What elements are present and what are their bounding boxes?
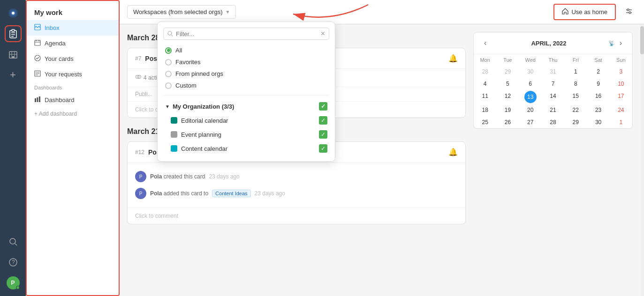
svg-rect-12 — [12, 56, 14, 58]
cal-day[interactable]: 1 — [564, 66, 587, 78]
sidebar-icon-search[interactable] — [5, 233, 22, 250]
scrollbar-thumb[interactable] — [640, 26, 644, 54]
svg-text:?: ? — [12, 259, 15, 266]
sidebar-icon-avatar[interactable]: P — [5, 274, 22, 291]
cal-day[interactable]: 2 — [587, 66, 609, 78]
cal-day[interactable]: 24 — [610, 104, 632, 116]
filter-search-icon — [167, 31, 173, 37]
option-custom[interactable]: Custom — [163, 80, 329, 91]
svg-point-32 — [627, 9, 629, 11]
cal-day[interactable]: 28 — [542, 116, 564, 128]
settings-button[interactable] — [621, 5, 636, 20]
cal-day[interactable]: 8 — [564, 78, 587, 90]
cal-day[interactable]: 17 — [610, 90, 632, 104]
use-as-home-button[interactable]: Use as home — [553, 4, 616, 20]
radio-from-pinned — [165, 71, 172, 77]
sidebar-item-inbox[interactable]: Inbox — [27, 20, 119, 36]
cal-day[interactable]: 28 — [474, 66, 496, 78]
cal-day[interactable]: 19 — [496, 104, 519, 116]
calendar-grid: Mon Tue Wed Thu Fri Sat Sun 28 29 — [474, 54, 632, 128]
inbox-label: Inbox — [45, 24, 60, 31]
card12-comment[interactable]: Click to comment — [128, 207, 465, 224]
card7-bell[interactable]: 🔔 — [448, 54, 458, 63]
calendar-widget: ‹ APRIL, 2022 📡 › Mon Tue Wed Thu Fri Sa… — [473, 32, 633, 129]
ws-check-content: ✓ — [319, 144, 327, 153]
option-custom-label: Custom — [175, 82, 197, 89]
nav-header-title: My work — [27, 1, 119, 20]
cal-day[interactable]: 18 — [474, 104, 496, 116]
card12-activity1-time: 23 days ago — [209, 173, 239, 180]
filter-clear-button[interactable]: × — [321, 30, 325, 37]
option-all[interactable]: All — [163, 44, 329, 56]
org-triangle-icon: ▼ — [165, 104, 170, 109]
cal-day[interactable]: 29 — [564, 116, 587, 128]
cal-day[interactable]: 23 — [587, 104, 609, 116]
add-dashboard-label: + Add dashboard — [34, 111, 77, 117]
ws-color-content — [171, 145, 177, 152]
cal-day[interactable]: 22 — [564, 104, 587, 116]
cal-day[interactable]: 12 — [496, 90, 519, 104]
cal-day[interactable]: 5 — [496, 78, 519, 90]
calendar-next-btn[interactable]: › — [617, 38, 625, 48]
cal-header-sun: Sun — [610, 54, 632, 66]
cal-day[interactable]: 9 — [587, 78, 609, 90]
scrollbar-track[interactable] — [640, 24, 644, 296]
main-area: Workspaces (from selected orgs) ▼ Use as… — [120, 0, 644, 296]
cal-day[interactable]: 11 — [474, 90, 496, 104]
filter-input-field[interactable] — [176, 30, 318, 37]
svg-point-34 — [168, 31, 172, 35]
sidebar-item-dashboard[interactable]: Dashboard — [27, 92, 119, 108]
cal-day[interactable]: 30 — [587, 116, 609, 128]
cal-day[interactable]: 25 — [474, 116, 496, 128]
cal-day[interactable]: 26 — [496, 116, 519, 128]
sidebar-icon-plus[interactable]: + — [5, 67, 22, 83]
cal-day[interactable]: 27 — [519, 116, 542, 128]
workspace-item-event[interactable]: Event planning ✓ — [163, 127, 329, 141]
cal-day[interactable]: 3 — [610, 66, 632, 78]
cal-day[interactable]: 1 — [610, 116, 632, 128]
sidebar-icon-logo[interactable] — [5, 5, 22, 22]
sidebar-icon-building[interactable] — [5, 46, 22, 63]
ws-color-editorial — [171, 117, 177, 124]
cal-day[interactable]: 29 — [496, 66, 519, 78]
cal-day[interactable]: 6 — [519, 78, 542, 90]
radio-favorites — [165, 59, 172, 66]
workspace-dropdown-btn[interactable]: Workspaces (from selected orgs) ▼ — [127, 5, 236, 19]
card7-number: #7 — [135, 55, 141, 62]
cal-day[interactable]: 21 — [542, 104, 564, 116]
sidebar-icon-clipboard[interactable] — [5, 25, 22, 42]
card12-bell[interactable]: 🔔 — [448, 148, 458, 156]
ws-label-editorial: Editorial calendar — [181, 117, 228, 124]
cal-day[interactable]: 7 — [542, 78, 564, 90]
sidebar-item-agenda[interactable]: Agenda — [27, 36, 119, 51]
option-from-pinned[interactable]: From pinned orgs — [163, 68, 329, 80]
card12-activity2: P Pola added this card to Content Ideas … — [135, 185, 458, 202]
svg-point-13 — [10, 238, 15, 244]
cal-day[interactable]: 15 — [564, 90, 587, 104]
agenda-label: Agenda — [45, 40, 66, 47]
cal-day[interactable]: 30 — [519, 66, 542, 78]
dashboard-icon — [34, 96, 41, 104]
org-check: ✓ — [319, 102, 327, 111]
cal-day[interactable]: 31 — [542, 66, 564, 78]
option-favorites[interactable]: Favorites — [163, 56, 329, 68]
sidebar-item-your-cards[interactable]: Your cards — [27, 51, 119, 67]
calendar-month-title: APRIL, 2022 — [489, 40, 608, 47]
workspace-item-editorial[interactable]: Editorial calendar ✓ — [163, 113, 329, 127]
left-nav-panel: My work Inbox Agenda Your car — [26, 0, 120, 296]
add-dashboard-btn[interactable]: + Add dashboard — [27, 108, 119, 120]
sidebar-item-your-requests[interactable]: Your requests — [27, 67, 119, 82]
cal-day-today[interactable]: 13 — [524, 91, 537, 103]
calendar-prev-btn[interactable]: ‹ — [481, 38, 489, 48]
cal-day[interactable]: 10 — [610, 78, 632, 90]
svg-rect-4 — [12, 30, 15, 31]
calendar-days-header: Mon Tue Wed Thu Fri Sat Sun — [474, 54, 632, 66]
cal-day[interactable]: 14 — [542, 90, 564, 104]
sidebar-icons-panel: + ? P — [0, 0, 26, 296]
cal-day[interactable]: 4 — [474, 78, 496, 90]
cal-day[interactable]: 20 — [519, 104, 542, 116]
cal-day[interactable]: 16 — [587, 90, 609, 104]
sidebar-icon-help[interactable]: ? — [5, 254, 22, 271]
workspace-item-content[interactable]: Content calendar ✓ — [163, 141, 329, 155]
card12-number: #12 — [135, 149, 144, 155]
